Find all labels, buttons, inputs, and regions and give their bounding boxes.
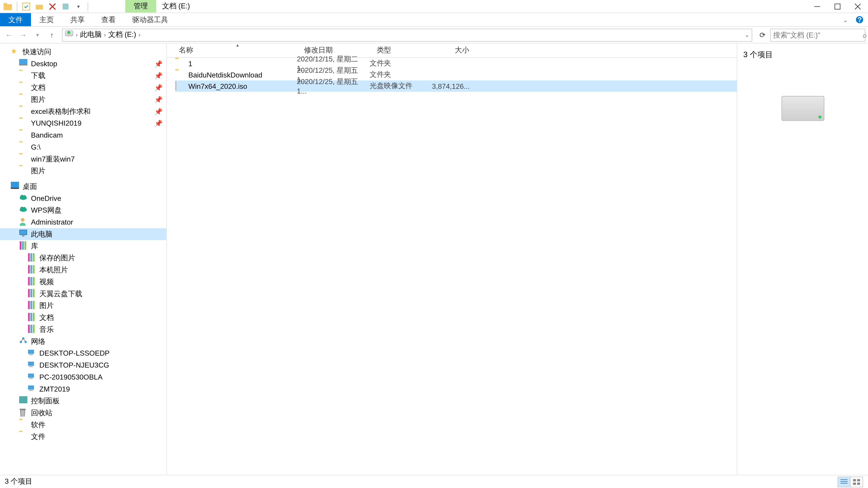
tree-item[interactable]: DESKTOP-LSSOEDP — [0, 347, 166, 359]
tree-item[interactable]: 图片 📌 — [0, 94, 166, 105]
minimize-button[interactable] — [807, 0, 827, 13]
ribbon-tab-file[interactable]: 文件 — [0, 13, 31, 26]
properties-icon[interactable] — [21, 1, 31, 11]
tree-item[interactable]: 回收站 — [0, 407, 166, 419]
pin-icon: 📌 — [154, 107, 163, 115]
tree-item[interactable]: 软件 — [0, 419, 166, 431]
tree-item[interactable]: 图片 — [0, 300, 166, 312]
item-icon — [19, 107, 29, 116]
file-row[interactable]: Win7x64_2020.iso 2020/12/25, 星期五 1... 光盘… — [175, 80, 737, 92]
ribbon-tab-home[interactable]: 主页 — [31, 13, 62, 26]
chevron-right-icon[interactable]: › — [76, 32, 78, 38]
tree-item[interactable]: Bandicam — [0, 129, 166, 141]
column-header-type[interactable]: 类型 — [373, 43, 432, 57]
maximize-button[interactable] — [827, 0, 848, 13]
svg-rect-53 — [28, 373, 34, 378]
tree-network[interactable]: 网络 — [0, 335, 166, 348]
library-icon — [27, 313, 37, 322]
rename-icon[interactable] — [60, 1, 71, 11]
tree-item[interactable]: 音乐 — [0, 324, 166, 335]
tree-item[interactable]: ZMT2019 — [0, 383, 166, 395]
column-header-name[interactable]: 名称 ▲ — [175, 43, 301, 57]
svg-rect-28 — [28, 265, 30, 273]
tree-item[interactable]: 图片 — [0, 165, 166, 177]
tree-item[interactable]: 文档 — [0, 312, 166, 324]
tree-item[interactable]: DESKTOP-NJEU3CG — [0, 359, 166, 371]
tree-item[interactable]: 本机照片 — [0, 264, 166, 276]
tree-item[interactable]: YUNQISHI2019 📌 — [0, 117, 166, 129]
file-list[interactable]: 1 2020/12/15, 星期二 1... 文件夹 BaiduNetdiskD… — [167, 58, 737, 475]
delete-icon[interactable] — [47, 1, 58, 11]
tree-item[interactable]: OneDrive — [0, 193, 166, 204]
back-button[interactable]: ← — [2, 28, 16, 41]
file-row[interactable]: 1 2020/12/15, 星期二 1... 文件夹 — [175, 58, 737, 69]
new-folder-icon[interactable] — [34, 1, 44, 11]
chevron-right-icon[interactable]: › — [104, 32, 106, 38]
chevron-right-icon[interactable]: › — [138, 32, 141, 38]
breadcrumb-item[interactable]: 文档 (E:) — [107, 30, 137, 40]
item-icon — [19, 194, 29, 203]
tree-label: win7重装win7 — [31, 154, 163, 164]
search-icon[interactable]: ⌕ — [863, 31, 867, 39]
svg-rect-22 — [20, 241, 22, 250]
tree-item[interactable]: 文档 📌 — [0, 82, 166, 94]
tree-item[interactable]: G:\ — [0, 141, 166, 153]
tree-item[interactable]: 保存的图片 — [0, 252, 166, 264]
computer-icon — [27, 349, 37, 358]
close-button[interactable] — [848, 0, 868, 13]
ribbon-tab-drivetools[interactable]: 驱动器工具 — [124, 13, 176, 26]
svg-rect-51 — [28, 362, 34, 366]
refresh-button[interactable]: ⟳ — [756, 28, 769, 41]
tree-item[interactable]: Administrator — [0, 216, 166, 228]
breadcrumb-dropdown-icon[interactable]: ⌄ — [745, 32, 749, 38]
tree-label: 天翼云盘下载 — [39, 289, 163, 299]
tree-item[interactable]: 控制面板 — [0, 395, 166, 407]
search-input[interactable] — [773, 31, 863, 39]
tree-item[interactable]: 文件 — [0, 431, 166, 443]
svg-rect-29 — [30, 265, 32, 273]
tree-label: 文档 — [31, 83, 152, 93]
qat-dropdown-icon[interactable]: ▾ — [73, 1, 84, 11]
file-row[interactable]: BaiduNetdiskDownload 2020/12/25, 星期五 1..… — [175, 69, 737, 80]
tree-item[interactable]: 此电脑 — [0, 228, 166, 240]
recent-dropdown[interactable]: ▾ — [31, 28, 44, 41]
forward-button[interactable]: → — [17, 28, 30, 41]
svg-rect-27 — [33, 253, 35, 262]
breadcrumb-item[interactable]: 此电脑 — [79, 30, 103, 40]
svg-rect-11 — [11, 182, 19, 188]
view-toggle — [838, 476, 863, 487]
up-button[interactable]: ↑ — [45, 28, 58, 41]
column-header-size[interactable]: 大小 — [432, 43, 473, 57]
ribbon-expand-icon[interactable]: ⌄ — [839, 13, 851, 26]
svg-rect-10 — [19, 64, 27, 66]
thumbnails-view-button[interactable] — [850, 476, 863, 487]
tree-item[interactable]: 库 — [0, 240, 166, 252]
tree-desktop[interactable]: 桌面 — [0, 181, 166, 193]
pin-icon: 📌 — [154, 60, 163, 68]
tree-item[interactable]: 天翼云盘下载 — [0, 288, 166, 300]
tree-item[interactable]: Desktop 📌 — [0, 58, 166, 70]
tree-label: 库 — [31, 241, 163, 251]
breadcrumb[interactable]: › 此电脑 › 文档 (E:) › ⌄ — [62, 28, 752, 41]
sort-asc-icon: ▲ — [236, 43, 240, 47]
navigation-pane[interactable]: ★ 快速访问 Desktop 📌 下载 📌 文档 📌 图片 📌 excel表格制… — [0, 43, 167, 475]
details-view-button[interactable] — [837, 476, 850, 487]
tree-item[interactable]: 下载 📌 — [0, 70, 166, 82]
tree-item[interactable]: WPS网盘 — [0, 204, 166, 216]
ribbon-tab-view[interactable]: 查看 — [93, 13, 124, 26]
item-icon — [19, 205, 29, 215]
ribbon-tab-share[interactable]: 共享 — [62, 13, 93, 26]
tree-quick-access[interactable]: ★ 快速访问 — [0, 46, 166, 58]
tree-label: excel表格制作求和 — [31, 106, 152, 117]
tree-item[interactable]: 视频 — [0, 276, 166, 288]
tree-item[interactable]: PC-20190530OBLA — [0, 371, 166, 383]
item-icon — [19, 218, 29, 227]
svg-rect-58 — [20, 409, 26, 410]
tree-label: 保存的图片 — [39, 253, 163, 263]
search-box[interactable]: ⌕ — [770, 28, 866, 41]
tree-label: 图片 — [31, 94, 152, 105]
tree-item[interactable]: excel表格制作求和 📌 — [0, 105, 166, 118]
tree-item[interactable]: win7重装win7 — [0, 153, 166, 165]
svg-rect-9 — [19, 59, 27, 64]
help-icon[interactable]: ? — [851, 13, 868, 26]
